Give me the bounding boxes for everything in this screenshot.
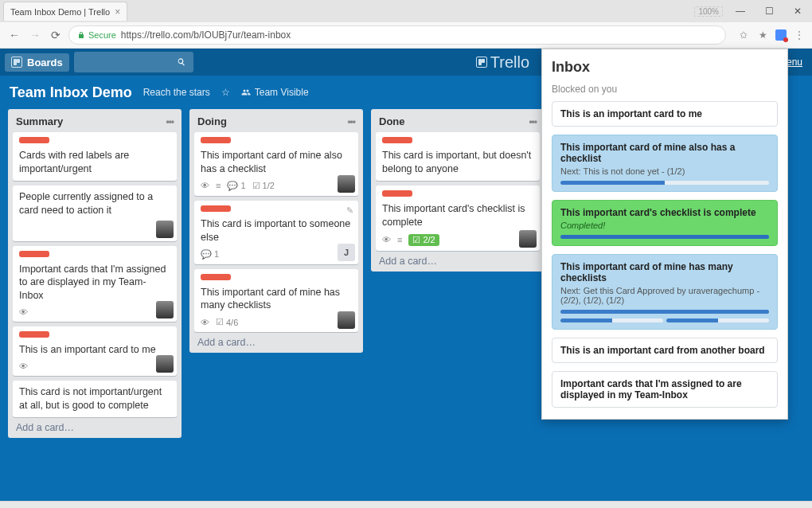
maximize-button[interactable]: ☐ (755, 2, 783, 21)
board-subtitle: Reach the stars (143, 87, 210, 98)
label-red (201, 205, 231, 212)
address-bar: ← → ⟳ Secure https://trello.com/b/IOUBj7… (0, 22, 812, 48)
watch-icon: 👁 (382, 235, 391, 244)
add-card-button[interactable]: Add a card… (376, 251, 540, 270)
label-red (19, 331, 49, 338)
boards-icon (11, 57, 22, 68)
close-window-button[interactable]: ✕ (783, 2, 812, 21)
label-red (19, 251, 49, 257)
search-icon (176, 57, 187, 68)
tab-bar: Team Inbox Demo | Trello × 100% — ☐ ✕ (0, 0, 812, 22)
horizontal-scrollbar[interactable] (0, 501, 812, 508)
trello-extension-icon[interactable] (775, 29, 787, 41)
progress-bars (560, 318, 769, 322)
inbox-panel: Inbox Blocked on you This is an importan… (541, 49, 788, 420)
inbox-item[interactable]: Important cards that I'm assigned to are… (552, 371, 778, 408)
checklist-badge: ☑ 4/6 (216, 317, 238, 327)
edit-pencil-icon[interactable]: ✎ (346, 205, 353, 216)
comment-icon: 💬 1 (201, 249, 219, 260)
inbox-section-label: Blocked on you (552, 84, 778, 95)
search-input[interactable] (74, 52, 193, 72)
inbox-item[interactable]: This important card of mine has many che… (552, 254, 778, 330)
star-icon[interactable]: ★ (756, 29, 769, 41)
list-doing: Doing ••• This important card of mine al… (189, 109, 363, 353)
progress-bar (560, 235, 769, 239)
label-red (382, 137, 412, 143)
card[interactable]: ✎ This card is important to someone else… (194, 201, 358, 264)
card[interactable]: People currently assigned to a card need… (13, 186, 177, 241)
card[interactable]: Important cards that I'm assigned to are… (13, 246, 177, 322)
extension-icons: ✩ ★ ⋮ (731, 29, 806, 41)
trello-app: Boards Trello enu Team Inbox Demo Reach … (0, 49, 812, 508)
avatar (519, 230, 537, 248)
list-menu-icon[interactable]: ••• (529, 116, 537, 127)
minimize-button[interactable]: — (726, 2, 755, 21)
logo-icon (476, 57, 487, 68)
inbox-title: Inbox (552, 59, 778, 76)
list-menu-icon[interactable]: ••• (347, 116, 355, 127)
card[interactable]: This card is not important/urgent at all… (13, 381, 177, 417)
progress-bars (560, 310, 769, 314)
forward-button[interactable]: → (27, 29, 43, 41)
add-card-button[interactable]: Add a card… (194, 332, 358, 351)
add-card-button[interactable]: Add a card… (13, 417, 177, 436)
url-text: https://trello.com/b/IOUBj7ur/team-inbox (121, 29, 291, 41)
secure-icon: Secure (77, 30, 116, 40)
card[interactable]: This important card of mine also has a c… (194, 132, 358, 196)
card[interactable]: Cards with red labels are important/urge… (13, 132, 177, 181)
reload-button[interactable]: ⟳ (48, 29, 64, 41)
inbox-item[interactable]: This is an important card from another b… (552, 338, 778, 363)
menu-link[interactable]: enu (787, 57, 806, 68)
avatar (156, 221, 174, 238)
tab-title: Team Inbox Demo | Trello (10, 7, 110, 17)
label-red (19, 137, 49, 143)
card[interactable]: This important card of mine has many che… (194, 269, 358, 333)
checklist-badge: ☑ 1/2 (252, 181, 275, 191)
list-title[interactable]: Summary (16, 115, 63, 127)
description-icon: ≡ (397, 235, 402, 244)
card[interactable]: This important card's checklist is compl… (376, 186, 540, 251)
label-red (201, 137, 231, 143)
list-title[interactable]: Doing (197, 115, 227, 127)
comment-icon: 💬 1 (227, 181, 245, 191)
board-name[interactable]: Team Inbox Demo (10, 84, 132, 101)
avatar (156, 301, 174, 318)
list-menu-icon[interactable]: ••• (166, 116, 174, 127)
watch-icon: 👁 (201, 318, 209, 327)
list-done: Done ••• This card is important, but doe… (371, 109, 545, 272)
back-button[interactable]: ← (6, 29, 22, 41)
browser-tab[interactable]: Team Inbox Demo | Trello × (3, 2, 127, 21)
avatar-initial: J (338, 244, 355, 261)
window-controls: 100% — ☐ ✕ (694, 2, 812, 21)
inbox-item[interactable]: This important card of mine also has a c… (552, 135, 778, 192)
list-title[interactable]: Done (379, 115, 405, 127)
description-icon: ≡ (216, 181, 221, 190)
boards-button[interactable]: Boards (5, 53, 69, 72)
people-icon (241, 88, 251, 97)
avatar (338, 311, 355, 329)
avatar (156, 355, 174, 373)
card[interactable]: This is an important card to me 👁 (13, 326, 177, 376)
avatar (338, 175, 355, 193)
checklist-complete-badge: ☑ 2/2 (408, 234, 439, 246)
window-scale-indicator: 100% (694, 6, 723, 17)
star-board-icon[interactable]: ☆ (221, 87, 230, 98)
watch-icon: 👁 (19, 361, 28, 371)
team-visible[interactable]: Team Visible (241, 87, 309, 98)
card[interactable]: This card is important, but doesn't belo… (376, 132, 540, 181)
close-tab-icon[interactable]: × (115, 6, 120, 18)
label-red (201, 274, 231, 280)
bookmark-icon[interactable]: ✩ (737, 29, 750, 41)
label-red (382, 190, 412, 197)
watch-icon: 👁 (201, 181, 209, 190)
menu-icon[interactable]: ⋮ (793, 29, 806, 41)
progress-bar (560, 181, 769, 185)
url-input[interactable]: Secure https://trello.com/b/IOUBj7ur/tea… (68, 25, 726, 45)
browser-chrome: Team Inbox Demo | Trello × 100% — ☐ ✕ ← … (0, 0, 812, 49)
watch-icon: 👁 (19, 307, 28, 317)
list-summary: Summary ••• Cards with red labels are im… (8, 109, 182, 438)
inbox-item[interactable]: This is an important card to me (552, 101, 778, 127)
inbox-item[interactable]: This important card's checklist is compl… (552, 200, 778, 246)
